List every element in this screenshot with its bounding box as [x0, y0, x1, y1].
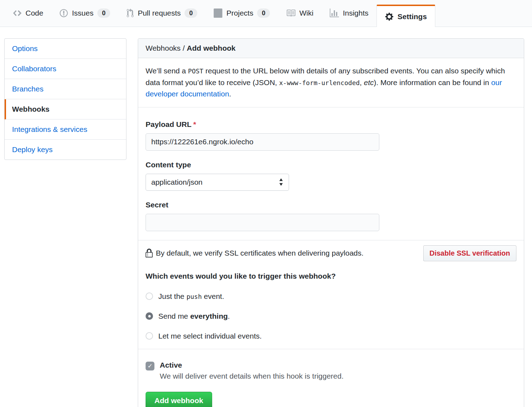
content-type-select[interactable]: application/json — [146, 174, 289, 191]
projects-count-badge: 0 — [257, 9, 270, 18]
sidebar-item-integrations-services[interactable]: Integrations & services — [5, 119, 126, 140]
gear-icon — [385, 12, 394, 21]
push-code-text: push — [186, 293, 202, 300]
graph-icon — [330, 9, 339, 18]
radio-just-push[interactable] — [146, 292, 153, 300]
tab-insights[interactable]: Insights — [322, 0, 377, 27]
payload-url-label: Payload URL* — [146, 120, 516, 129]
add-webhook-button[interactable]: Add webhook — [146, 392, 212, 407]
event-option-just-push: Just the push event. — [146, 292, 516, 301]
required-asterisk: * — [193, 120, 196, 128]
active-text-block: Active We will deliver event details whe… — [160, 361, 344, 380]
radio-label: Just the push event. — [158, 292, 224, 301]
radio-label: Send me everything. — [158, 312, 230, 320]
select-arrows-icon — [279, 178, 283, 186]
lock-icon — [146, 249, 153, 258]
tab-wiki[interactable]: Wiki — [278, 0, 322, 27]
description-text: . — [229, 90, 231, 98]
radio-individual-events[interactable] — [146, 332, 153, 340]
event-option-individual: Let me select individual events. — [146, 332, 516, 340]
content-type-label: Content type — [146, 161, 516, 169]
webhook-form: Payload URL* Content type application/js… — [138, 107, 524, 240]
post-code-text: POST — [188, 67, 203, 75]
event-option-everything: Send me everything. — [146, 312, 516, 320]
content-type-selected-value: application/json — [151, 178, 203, 186]
tab-label: Code — [26, 9, 43, 17]
pull-requests-count-badge: 0 — [185, 9, 197, 18]
add-webhook-panel: Webhooks / Add webhook We’ll send a POST… — [138, 38, 524, 407]
ssl-verification-row: By default, we verify SSL certificates w… — [138, 240, 524, 266]
active-checkbox[interactable]: ✓ — [146, 362, 154, 370]
pull-request-icon — [126, 9, 134, 18]
webhook-description: We’ll send a POST request to the URL bel… — [138, 58, 524, 107]
description-text: We’ll send a — [146, 67, 188, 75]
settings-sidebar: Options Collaborators Branches Webhooks … — [4, 38, 126, 160]
sidebar-item-webhooks[interactable]: Webhooks — [5, 99, 126, 119]
secret-group: Secret — [146, 201, 516, 231]
active-row: ✓ Active We will deliver event details w… — [146, 361, 516, 380]
tab-issues[interactable]: Issues 0 — [51, 0, 118, 27]
radio-send-everything[interactable] — [146, 312, 153, 320]
tab-label: Settings — [397, 12, 427, 21]
active-label: Active — [160, 361, 344, 369]
description-text: , — [360, 78, 364, 87]
book-icon — [286, 9, 295, 18]
tab-label: Wiki — [299, 9, 313, 17]
active-helper-text: We will deliver event details when this … — [160, 372, 344, 380]
disable-ssl-verification-button[interactable]: Disable SSL verification — [423, 245, 517, 261]
settings-content: Options Collaborators Branches Webhooks … — [0, 27, 532, 407]
sidebar-item-branches[interactable]: Branches — [5, 79, 126, 99]
ssl-message: By default, we verify SSL certificates w… — [146, 249, 363, 258]
tab-label: Pull requests — [138, 9, 181, 17]
payload-url-input[interactable] — [146, 133, 379, 151]
events-heading: Which events would you like to trigger t… — [146, 272, 516, 280]
repo-nav: Code Issues 0 Pull requests 0 Projects 0… — [0, 0, 532, 27]
radio-dot — [148, 315, 151, 317]
etc-italic-text: etc — [364, 78, 374, 87]
description-text: ). More information can be found in — [374, 78, 491, 87]
events-section: Which events would you like to trigger t… — [138, 266, 524, 349]
page-title: Add webhook — [187, 44, 236, 52]
tab-settings[interactable]: Settings — [377, 5, 435, 27]
breadcrumb: Webhooks / Add webhook — [138, 39, 524, 58]
ssl-text: By default, we verify SSL certificates w… — [156, 249, 363, 257]
tab-pull-requests[interactable]: Pull requests 0 — [118, 0, 205, 27]
payload-url-group: Payload URL* — [146, 120, 516, 151]
sidebar-item-deploy-keys[interactable]: Deploy keys — [5, 140, 126, 160]
active-section: ✓ Active We will deliver event details w… — [138, 349, 524, 407]
secret-label: Secret — [146, 201, 516, 209]
sidebar-item-collaborators[interactable]: Collaborators — [5, 59, 126, 79]
tab-projects[interactable]: Projects 0 — [205, 0, 278, 27]
tab-label: Projects — [226, 9, 253, 17]
tab-label: Issues — [72, 9, 94, 17]
code-icon — [13, 9, 22, 18]
everything-bold-text: everything — [190, 312, 228, 320]
radio-label: Let me select individual events. — [158, 332, 262, 340]
sidebar-item-options[interactable]: Options — [5, 39, 126, 59]
breadcrumb-separator: / — [181, 44, 187, 52]
breadcrumb-webhooks-link[interactable]: Webhooks — [146, 44, 181, 52]
secret-input[interactable] — [146, 214, 379, 231]
tab-code[interactable]: Code — [5, 0, 51, 27]
issue-opened-icon — [60, 9, 68, 18]
project-icon — [214, 9, 222, 18]
content-type-group: Content type application/json — [146, 161, 516, 191]
tab-label: Insights — [343, 9, 368, 17]
issues-count-badge: 0 — [97, 9, 110, 18]
urlencoded-code-text: x-www-form-urlencoded — [279, 79, 360, 87]
